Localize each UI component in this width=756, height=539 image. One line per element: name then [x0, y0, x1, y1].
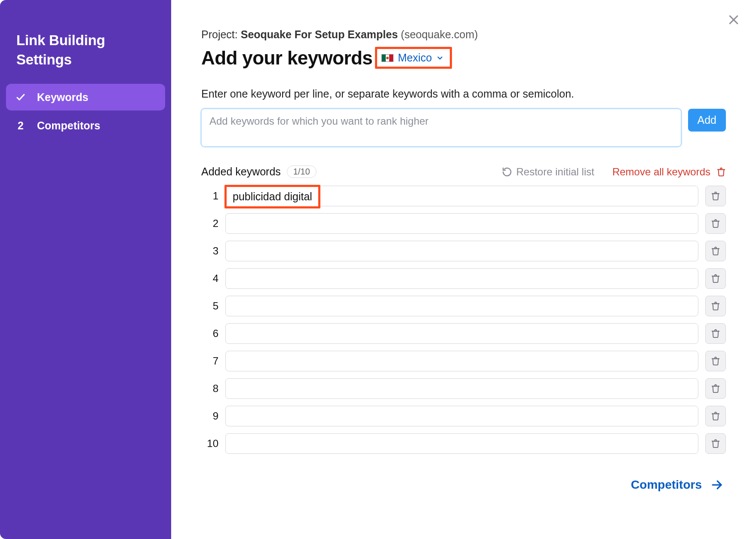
trash-icon	[716, 167, 726, 177]
close-button[interactable]	[724, 10, 743, 29]
flag-mexico-icon	[381, 54, 393, 62]
instruction-text: Enter one keyword per line, or separate …	[201, 88, 726, 100]
keyword-field[interactable]	[225, 241, 698, 261]
delete-row-button[interactable]	[705, 433, 726, 454]
sidebar-step-number: 2	[15, 119, 27, 132]
arrow-right-icon	[710, 478, 723, 491]
sidebar-item-label: Competitors	[37, 119, 100, 132]
keyword-field[interactable]	[225, 351, 698, 371]
restore-button[interactable]: Restore initial list	[502, 166, 594, 178]
trash-icon	[711, 411, 720, 421]
trash-icon	[711, 191, 720, 201]
page-title: Add your keywords	[201, 47, 372, 69]
keyword-field[interactable]: publicidad digital	[225, 186, 698, 206]
add-button[interactable]: Add	[688, 109, 726, 132]
delete-row-button[interactable]	[705, 378, 726, 399]
trash-icon	[711, 219, 720, 228]
keyword-row: 7	[201, 351, 726, 371]
keywords-list: 1publicidad digital2345678910	[201, 186, 726, 454]
added-label: Added keywords	[201, 165, 281, 178]
row-number: 7	[201, 355, 218, 367]
delete-row-button[interactable]	[705, 323, 726, 344]
keyword-value: publicidad digital	[224, 185, 320, 208]
trash-icon	[711, 246, 720, 256]
row-number: 4	[201, 273, 218, 285]
remove-all-button[interactable]: Remove all keywords	[612, 166, 726, 178]
delete-row-button[interactable]	[705, 268, 726, 289]
added-count: 1/10	[287, 165, 317, 178]
sidebar-title: Link Building Settings	[6, 26, 165, 84]
added-header: Added keywords 1/10 Restore initial list…	[201, 165, 726, 178]
row-number: 9	[201, 410, 218, 422]
undo-icon	[502, 167, 512, 177]
chevron-down-icon	[436, 54, 444, 62]
row-number: 6	[201, 328, 218, 340]
row-number: 3	[201, 245, 218, 257]
project-domain: (seoquake.com)	[401, 28, 478, 40]
keyword-row: 5	[201, 296, 726, 316]
close-icon	[727, 13, 740, 26]
row-number: 8	[201, 383, 218, 395]
keyword-field[interactable]	[225, 268, 698, 289]
keyword-field[interactable]	[225, 406, 698, 426]
keyword-row: 8	[201, 378, 726, 399]
delete-row-button[interactable]	[705, 186, 726, 206]
project-name: Seoquake For Setup Examples	[241, 28, 398, 40]
project-prefix: Project:	[201, 28, 241, 40]
trash-icon	[711, 356, 720, 366]
sidebar-item-keywords[interactable]: Keywords	[6, 84, 165, 110]
keyword-field[interactable]	[225, 378, 698, 399]
keyword-field[interactable]	[225, 213, 698, 234]
keyword-field[interactable]	[225, 323, 698, 344]
keyword-row: 9	[201, 406, 726, 426]
sidebar-item-competitors[interactable]: 2 Competitors	[6, 112, 165, 139]
country-name: Mexico	[398, 52, 432, 64]
app-root: Link Building Settings Keywords 2 Compet…	[0, 0, 756, 539]
footer: Competitors	[201, 478, 726, 492]
trash-icon	[711, 301, 720, 311]
next-step-link[interactable]: Competitors	[631, 478, 723, 492]
delete-row-button[interactable]	[705, 241, 726, 261]
keywords-input[interactable]	[201, 109, 681, 147]
heading-row: Add your keywords Mexico	[201, 47, 726, 69]
row-number: 10	[201, 438, 218, 450]
restore-label: Restore initial list	[516, 166, 594, 178]
delete-row-button[interactable]	[705, 213, 726, 234]
keyword-row: 3	[201, 241, 726, 261]
country-selector[interactable]: Mexico	[375, 47, 452, 69]
keyword-row: 1publicidad digital	[201, 186, 726, 206]
keyword-row: 2	[201, 213, 726, 234]
keyword-row: 6	[201, 323, 726, 344]
delete-row-button[interactable]	[705, 351, 726, 371]
keyword-row: 4	[201, 268, 726, 289]
check-icon	[15, 92, 27, 102]
add-row: Add	[201, 109, 726, 147]
keyword-field[interactable]	[225, 296, 698, 316]
sidebar: Link Building Settings Keywords 2 Compet…	[0, 0, 171, 539]
trash-icon	[711, 329, 720, 338]
row-number: 2	[201, 217, 218, 230]
trash-icon	[711, 384, 720, 393]
keyword-row: 10	[201, 433, 726, 454]
main-panel: Project: Seoquake For Setup Examples (se…	[171, 0, 756, 539]
remove-all-label: Remove all keywords	[612, 166, 710, 178]
delete-row-button[interactable]	[705, 296, 726, 316]
project-line: Project: Seoquake For Setup Examples (se…	[201, 28, 726, 41]
sidebar-item-label: Keywords	[37, 91, 88, 104]
trash-icon	[711, 274, 720, 283]
row-number: 5	[201, 300, 218, 312]
trash-icon	[711, 439, 720, 448]
next-step-label: Competitors	[631, 478, 702, 492]
row-number: 1	[201, 190, 218, 202]
delete-row-button[interactable]	[705, 406, 726, 426]
keyword-field[interactable]	[225, 433, 698, 454]
